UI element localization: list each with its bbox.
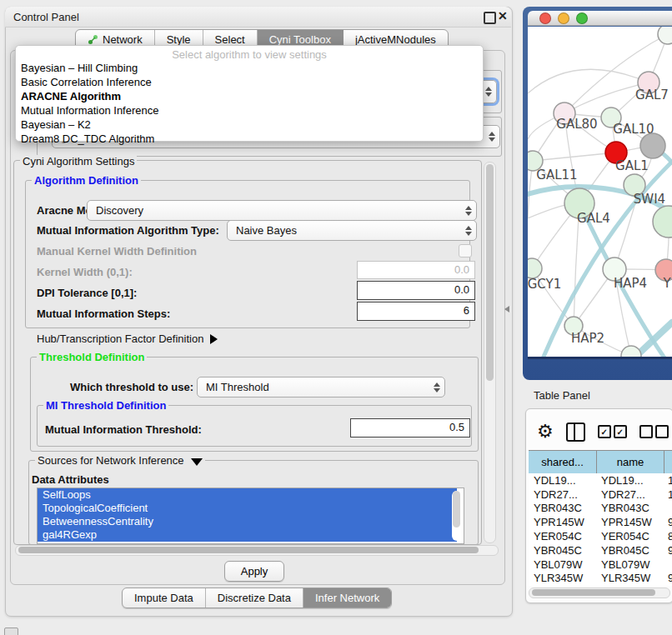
tab-infer-network[interactable]: Infer Network xyxy=(303,588,391,608)
table-cell: YDR27... xyxy=(596,488,663,501)
dropdown-prompt: Select algorithm to view settings xyxy=(16,46,483,61)
network-icon xyxy=(88,34,98,45)
deselect-checkboxes-icon[interactable] xyxy=(639,425,669,438)
sources-title[interactable]: Sources for Network Inference xyxy=(35,454,205,467)
network-node-label: GAL1 xyxy=(615,158,649,173)
mi-threshold-field[interactable]: 0.5 xyxy=(350,418,470,438)
close-panel-icon[interactable]: ✕ xyxy=(498,9,508,22)
table-cell: YBL079W xyxy=(596,558,663,571)
cyni-settings-title: Cyni Algorithm Settings xyxy=(20,155,137,168)
table-row[interactable]: YBR045CYBR045C9. xyxy=(529,543,672,558)
which-threshold-label: Which threshold to use: xyxy=(70,381,193,393)
table-cell: YPR145W xyxy=(529,516,596,528)
mi-steps-field[interactable]: 6 xyxy=(357,302,475,321)
algorithm-option[interactable]: Basic Correlation Inference xyxy=(16,75,483,89)
which-threshold-combobox[interactable]: MI Threshold xyxy=(197,377,445,398)
algorithm-definition-title: Algorithm Definition xyxy=(32,174,141,187)
mi-steps-label: Mutual Information Steps: xyxy=(37,308,170,320)
tab-discretize-data[interactable]: Discretize Data xyxy=(206,588,303,608)
zoom-traffic-light[interactable] xyxy=(576,12,588,24)
table-row[interactable]: YBR043CYBR043C xyxy=(529,502,672,516)
table-cell: 9. xyxy=(663,516,672,528)
close-traffic-light[interactable] xyxy=(539,12,551,24)
splitter-collapse-icon[interactable] xyxy=(504,306,509,312)
attribute-list-scrollbar[interactable] xyxy=(452,491,462,541)
table-row[interactable]: YPR145WYPR145W9. xyxy=(529,515,672,529)
network-node-label: GAL80 xyxy=(556,117,597,132)
hub-definition-disclosure[interactable]: Hub/Transcription Factor Definition xyxy=(37,332,218,345)
table-row[interactable]: YDR27...YDR27...12 xyxy=(529,488,672,502)
table-row[interactable]: YBL079WYBL079W xyxy=(529,558,672,572)
network-node-gcy1[interactable] xyxy=(528,258,542,278)
algorithm-option[interactable]: Bayesian – K2 xyxy=(16,118,483,132)
attribute-list-item[interactable]: TopologicalCoefficient xyxy=(38,502,457,515)
table-cell: YPR145W xyxy=(596,516,663,528)
table-row[interactable]: YLR345WYLR345W9. xyxy=(529,572,672,586)
split-columns-icon[interactable] xyxy=(566,422,585,442)
column-header-A[interactable]: A xyxy=(664,451,672,473)
network-window-titlebar[interactable] xyxy=(528,11,672,26)
select-all-checkboxes-icon[interactable]: ✓✓ xyxy=(598,425,627,438)
table-cell: YER054C xyxy=(596,530,663,542)
network-node[interactable] xyxy=(621,346,641,357)
minimized-panel-icon[interactable] xyxy=(4,628,18,635)
gear-icon[interactable]: ⚙ xyxy=(537,422,554,441)
settings-vertical-scrollbar[interactable] xyxy=(484,162,496,543)
dpi-tolerance-field[interactable]: 0.0 xyxy=(357,281,475,300)
hub-definition-label: Hub/Transcription Factor Definition xyxy=(37,332,203,345)
table-cell: YLR345W xyxy=(529,572,596,584)
table-cell: YDR27... xyxy=(529,488,596,501)
network-node-label: HAP2 xyxy=(571,331,604,346)
combo-stepper-icon xyxy=(461,206,476,216)
algorithm-option[interactable]: Mutual Information Inference xyxy=(16,103,483,118)
table-cell: YDL19... xyxy=(529,474,596,487)
control-panel-titlebar[interactable] xyxy=(5,7,511,28)
table-panel-title: Table Panel xyxy=(534,389,590,402)
network-window-bottom-edge xyxy=(528,357,672,359)
table-row[interactable]: YIL052CYIL052C9 xyxy=(529,585,672,586)
disclosure-right-icon[interactable] xyxy=(210,334,218,344)
network-edge xyxy=(533,152,616,161)
minimize-traffic-light[interactable] xyxy=(558,12,569,24)
column-header-name[interactable]: name xyxy=(597,451,664,473)
table-cell: 9. xyxy=(663,544,672,557)
network-node[interactable] xyxy=(653,206,672,238)
table-cell: 9. xyxy=(663,572,672,584)
data-attributes-list[interactable]: SelfLoopsTopologicalCoefficientBetweenne… xyxy=(37,488,464,544)
attribute-list-item[interactable]: BetweennessCentrality xyxy=(38,515,457,528)
mi-threshold-title: MI Threshold Definition xyxy=(43,399,168,412)
table-cell: 12 xyxy=(663,488,672,501)
column-header-shared[interactable]: shared... xyxy=(529,451,597,473)
algorithm-option[interactable]: Bayesian – Hill Climbing xyxy=(16,61,483,75)
table-cell: YBR043C xyxy=(596,502,663,514)
algorithm-option[interactable]: Dream8 DC_TDC Algorithm xyxy=(16,132,483,146)
combo-stepper-icon xyxy=(461,226,476,236)
network-canvas[interactable]: GAL7GAL80GAL10GAL1GAL11SWI4GAL4GCY1HAP4Y… xyxy=(528,27,672,357)
network-node-label: GAL7 xyxy=(635,88,669,102)
manual-kernel-label: Manual Kernel Width Definition xyxy=(37,245,197,258)
table-row[interactable]: YDL19...YDL19...13 xyxy=(529,473,672,488)
table-body: YDL19...YDL19...13YDR27...YDR27...12YBR0… xyxy=(529,473,672,586)
kernel-width-label: Kernel Width (0,1): xyxy=(37,266,133,278)
table-cell: 8. xyxy=(663,530,672,542)
mi-type-combobox[interactable]: Naive Bayes xyxy=(227,220,477,241)
algorithm-dropdown-popup: Select algorithm to view settings Bayesi… xyxy=(15,45,484,142)
combo-stepper-icon xyxy=(484,132,499,142)
algorithm-option[interactable]: ARACNE Algorithm xyxy=(16,89,483,103)
attribute-list-item[interactable]: gal4RGexp xyxy=(38,528,457,542)
disclosure-down-icon[interactable] xyxy=(191,458,203,466)
network-node[interactable] xyxy=(658,27,672,44)
float-panel-button[interactable] xyxy=(484,12,496,24)
network-node-label: Y xyxy=(662,276,671,291)
mi-type-label: Mutual Information Algorithm Type: xyxy=(37,224,219,237)
table-cell: YDL19... xyxy=(596,474,663,487)
table-horizontal-scrollbar[interactable] xyxy=(529,588,670,598)
aracne-mode-combobox[interactable]: Discovery xyxy=(87,200,477,221)
apply-button[interactable]: Apply xyxy=(224,561,284,582)
table-row[interactable]: YER054CYER054C8. xyxy=(529,529,672,543)
tab-impute-data[interactable]: Impute Data xyxy=(123,588,206,608)
network-node[interactable] xyxy=(640,133,665,158)
settings-horizontal-scrollbar[interactable] xyxy=(15,545,499,556)
attribute-list-item[interactable]: SelfLoops xyxy=(38,488,457,502)
combo-stepper-icon xyxy=(429,382,444,392)
